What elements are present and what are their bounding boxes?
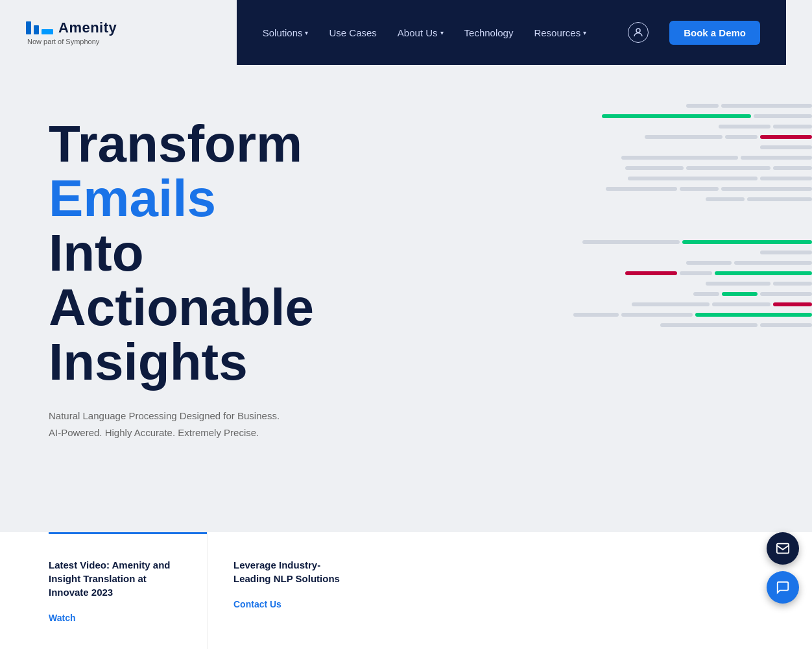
book-demo-button[interactable]: Book a Demo bbox=[669, 21, 760, 45]
bar-green bbox=[715, 271, 812, 275]
card2-title: Leverage Industry-Leading NLP Solutions bbox=[233, 558, 350, 585]
bar bbox=[628, 177, 758, 180]
bar bbox=[686, 166, 770, 170]
bar bbox=[680, 271, 712, 275]
nlp-row bbox=[358, 251, 812, 254]
chevron-down-icon: ▾ bbox=[583, 29, 586, 36]
logo-bar-1 bbox=[26, 21, 31, 34]
bar bbox=[760, 323, 812, 327]
logo-name: Amenity bbox=[58, 19, 117, 36]
bar bbox=[706, 282, 770, 286]
bar bbox=[573, 313, 619, 317]
bar-green bbox=[682, 240, 812, 244]
nlp-row bbox=[358, 114, 812, 118]
hero-title-insights: Insights bbox=[49, 335, 318, 389]
bar bbox=[725, 135, 758, 139]
hero-right bbox=[344, 65, 812, 532]
main-nav: Solutions ▾ Use Cases About Us ▾ Technol… bbox=[237, 0, 786, 65]
bar bbox=[621, 156, 738, 160]
hero-title-actionable: Actionable bbox=[49, 280, 318, 335]
nav-about-us[interactable]: About Us ▾ bbox=[398, 27, 444, 38]
hero-left: Transform Emails Into Actionable Insight… bbox=[0, 65, 344, 532]
nlp-row bbox=[358, 125, 812, 129]
nlp-row bbox=[358, 261, 812, 265]
bar-red bbox=[760, 135, 812, 139]
nlp-row bbox=[358, 156, 812, 160]
logo-bar-3 bbox=[42, 29, 53, 34]
bar-green bbox=[602, 114, 751, 118]
email-float-button[interactable] bbox=[767, 532, 799, 565]
bar bbox=[760, 292, 812, 296]
chat-float-button[interactable] bbox=[767, 571, 799, 604]
nlp-row bbox=[358, 187, 812, 191]
bar bbox=[686, 104, 719, 108]
bottom-card-1: Latest Video: Amenity and Insight Transl… bbox=[0, 532, 208, 649]
bar bbox=[693, 292, 719, 296]
logo-bar-2 bbox=[34, 25, 39, 34]
hero-title-transform: Transform bbox=[49, 117, 318, 171]
bar bbox=[660, 323, 758, 327]
nav-resources[interactable]: Resources ▾ bbox=[534, 27, 586, 38]
contact-us-link[interactable]: Contact Us bbox=[233, 599, 281, 609]
user-account-icon[interactable] bbox=[628, 22, 649, 43]
nav-technology[interactable]: Technology bbox=[464, 27, 514, 38]
bar bbox=[747, 197, 812, 201]
bar-red bbox=[773, 302, 812, 306]
bar bbox=[606, 187, 677, 191]
hero-subtitle: Natural Language Processing Designed for… bbox=[49, 408, 318, 441]
card1-title: Latest Video: Amenity and Insight Transl… bbox=[49, 558, 181, 599]
nlp-row bbox=[358, 292, 812, 296]
logo-area: Amenity Now part of Symphony bbox=[26, 19, 117, 45]
bar bbox=[625, 166, 684, 170]
bar bbox=[773, 166, 812, 170]
nlp-row bbox=[358, 313, 812, 317]
nlp-row bbox=[358, 135, 812, 139]
bottom-card-2: Leverage Industry-Leading NLP Solutions … bbox=[208, 532, 376, 649]
svg-rect-1 bbox=[777, 544, 789, 554]
nlp-row bbox=[358, 177, 812, 180]
bar bbox=[719, 125, 770, 129]
bar-red bbox=[625, 271, 677, 275]
chevron-down-icon: ▾ bbox=[440, 29, 444, 36]
bar bbox=[645, 135, 722, 139]
watch-link[interactable]: Watch bbox=[49, 613, 75, 623]
nlp-row bbox=[358, 323, 812, 327]
bar bbox=[721, 187, 812, 191]
nlp-visualization bbox=[358, 104, 812, 506]
hero-section: Transform Emails Into Actionable Insight… bbox=[0, 65, 812, 532]
bar bbox=[760, 145, 812, 149]
hero-title-into: Into bbox=[49, 226, 318, 280]
nlp-row bbox=[358, 197, 812, 201]
bar-green bbox=[695, 313, 812, 317]
nlp-row bbox=[358, 282, 812, 286]
nlp-row bbox=[358, 302, 812, 306]
bar bbox=[760, 251, 812, 254]
nlp-row bbox=[358, 104, 812, 108]
nav-use-cases[interactable]: Use Cases bbox=[329, 27, 376, 38]
bar bbox=[741, 156, 812, 160]
bar bbox=[773, 282, 812, 286]
logo-icon: Amenity bbox=[26, 19, 117, 36]
bottom-section: Latest Video: Amenity and Insight Transl… bbox=[0, 532, 812, 649]
bar bbox=[721, 104, 812, 108]
bar bbox=[706, 197, 745, 201]
bar-green bbox=[722, 292, 758, 296]
nlp-row bbox=[358, 166, 812, 170]
bar bbox=[621, 313, 693, 317]
logo-subtitle: Now part of Symphony bbox=[27, 38, 117, 45]
bar bbox=[686, 261, 732, 265]
bar bbox=[712, 302, 770, 306]
header: Amenity Now part of Symphony Solutions ▾… bbox=[0, 0, 812, 65]
header-left: Amenity Now part of Symphony bbox=[26, 19, 237, 45]
nlp-row bbox=[358, 145, 812, 149]
bar bbox=[582, 240, 680, 244]
nlp-row bbox=[358, 240, 812, 244]
bar bbox=[632, 302, 710, 306]
hero-title-emails: Emails bbox=[49, 171, 318, 226]
nlp-row bbox=[358, 271, 812, 275]
nav-solutions[interactable]: Solutions ▾ bbox=[263, 27, 309, 38]
bar bbox=[734, 261, 812, 265]
chevron-down-icon: ▾ bbox=[305, 29, 308, 36]
bar bbox=[773, 125, 812, 129]
bar bbox=[754, 114, 812, 118]
